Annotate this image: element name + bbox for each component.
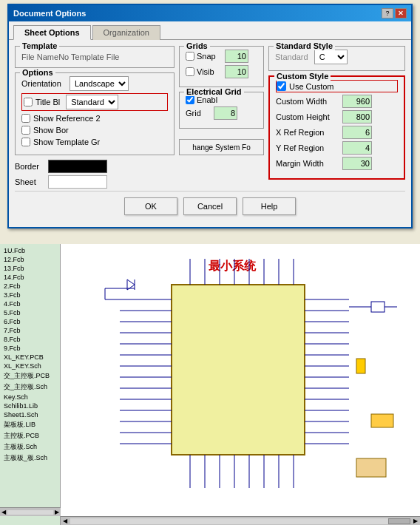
right-panel: Standard Style Standard C A B D E (268, 46, 405, 191)
use-custom-label: Use Custom (289, 82, 334, 91)
tab-sheet-options[interactable]: Sheet Options (13, 25, 91, 40)
list-item[interactable]: XL_KEY.Sch (2, 362, 58, 370)
show-template-row: Show Template Gr (21, 137, 168, 147)
connector (356, 458, 386, 477)
help-button[interactable]: ? (382, 8, 393, 18)
component (356, 359, 365, 373)
custom-height-label: Custom Height (276, 112, 342, 121)
border-sheet-section: Border Sheet (15, 160, 175, 189)
list-item[interactable]: 主板板_板.Sch (2, 453, 58, 464)
snap-checkbox[interactable] (186, 52, 194, 61)
list-item[interactable]: 8.Fcb (2, 335, 58, 344)
template-group-label: Template (20, 41, 59, 50)
list-item[interactable]: Schilib1.Lib (2, 402, 58, 410)
list-item[interactable]: Sheet1.Sch (2, 410, 58, 419)
border-label: Border (15, 162, 48, 171)
list-item[interactable]: 主板板.Sch (2, 441, 58, 453)
list-item[interactable]: XL_KEY.PCB (2, 353, 58, 362)
tabs-container: Sheet Options Organization (9, 21, 411, 40)
sheet-color-swatch[interactable] (48, 175, 107, 189)
tab-organization[interactable]: Organization (92, 25, 160, 40)
close-button[interactable]: ✕ (395, 8, 407, 18)
custom-height-input[interactable] (342, 110, 372, 123)
custom-style-group: Custom Style Use Custom Custom Width Cus… (268, 75, 405, 180)
custom-width-input[interactable] (342, 95, 372, 108)
help-footer-button[interactable]: Help (243, 197, 296, 215)
show-border-label: Show Bor (33, 126, 69, 135)
orientation-row: Orientation Landscape Portrait (21, 76, 168, 91)
schematic-svg: 最小系统 (61, 244, 420, 525)
title-block-row: Title Bl Standard Custom (21, 93, 168, 111)
template-group: Template File NameNo Template File (15, 46, 175, 68)
show-border-row: Show Bor (21, 125, 168, 135)
list-item[interactable]: 1U.Fcb (2, 246, 58, 255)
y-ref-input[interactable] (342, 141, 372, 155)
horizontal-scrollbar[interactable]: ◀ ▶ (61, 516, 420, 525)
list-item[interactable]: 3.Fcb (2, 291, 58, 299)
list-item[interactable]: 交_主控板.Sch (2, 382, 58, 393)
template-file: File NameNo Template File (21, 52, 168, 61)
y-ref-label: Y Ref Region (276, 143, 342, 152)
y-ref-row: Y Ref Region (276, 141, 398, 155)
custom-width-row: Custom Width (276, 95, 398, 108)
show-border-checkbox[interactable] (21, 126, 30, 135)
standard-style-label: Standard Style (274, 41, 335, 50)
sheet-label: Sheet (15, 177, 48, 186)
list-item[interactable]: 交_主控板.PCB (2, 370, 58, 382)
scroll-right-icon[interactable]: ▶ (411, 518, 420, 524)
grid-input[interactable] (214, 106, 237, 120)
scroll-thumb-h[interactable] (388, 518, 410, 524)
grids-group: Grids Snap Visib (179, 46, 264, 87)
list-item[interactable]: 13.Fcb (2, 264, 58, 273)
snap-input[interactable] (225, 50, 248, 63)
options-group: Options Orientation Landscape Portrait T… (15, 72, 175, 155)
list-item[interactable]: 14.Fcb (2, 273, 58, 282)
list-item[interactable]: 5.Fcb (2, 308, 58, 317)
show-template-label: Show Template Gr (33, 138, 100, 146)
list-item[interactable]: 架板板.LIB (2, 419, 58, 430)
ic-body (172, 285, 305, 455)
border-row: Border (15, 160, 175, 173)
list-item[interactable]: 4.Fcb (2, 299, 58, 308)
margin-width-input[interactable] (342, 157, 372, 170)
enable-row: Enabl (186, 95, 257, 104)
scroll-left-arrow[interactable]: ◀ (1, 509, 6, 515)
use-custom-checkbox[interactable] (277, 81, 286, 91)
scroll-left-icon[interactable]: ◀ (61, 518, 70, 524)
options-group-label: Options (20, 68, 55, 77)
list-item[interactable]: 2.Fcb (2, 282, 58, 291)
dialog-content: Template File NameNo Template File Optio… (9, 40, 411, 227)
visible-checkbox[interactable] (186, 67, 194, 76)
change-font-button[interactable]: hange System Fo (179, 139, 264, 155)
border-color-swatch[interactable] (48, 160, 107, 173)
list-item[interactable]: 12.Fcb (2, 255, 58, 264)
show-template-checkbox[interactable] (21, 138, 30, 146)
standard-style-select[interactable]: C A B D E (314, 50, 348, 64)
title-buttons: ? ✕ (382, 8, 407, 18)
cancel-button[interactable]: Cancel (183, 197, 237, 215)
standard-label: Standard (275, 52, 308, 61)
component (371, 302, 385, 312)
list-item[interactable]: 6.Fcb (2, 317, 58, 326)
custom-height-row: Custom Height (276, 110, 398, 123)
list-item[interactable]: 9.Fcb (2, 344, 58, 353)
list-item[interactable]: 7.Fcb (2, 326, 58, 335)
ok-button[interactable]: OK (124, 197, 177, 215)
use-custom-row: Use Custom (276, 80, 398, 92)
margin-width-row: Margin Width (276, 157, 398, 170)
title-block-checkbox[interactable] (24, 98, 33, 106)
x-ref-input[interactable] (342, 126, 372, 139)
custom-style-group-label: Custom Style (274, 72, 331, 81)
title-block-style-select[interactable]: Standard Custom (66, 95, 118, 109)
file-panel-scrollbar[interactable]: ◀ ▶ (0, 507, 61, 516)
orientation-select[interactable]: Landscape Portrait (70, 76, 129, 91)
title-block-label: Title Bl (35, 98, 60, 106)
scroll-right-arrow[interactable]: ▶ (55, 509, 59, 515)
schematic-canvas: 最小系统 (61, 244, 420, 525)
show-ref2-checkbox[interactable] (21, 114, 30, 123)
enable-checkbox[interactable] (186, 95, 194, 104)
snap-row: Snap (186, 50, 257, 63)
visible-input[interactable] (225, 65, 248, 78)
list-item[interactable]: Key.Sch (2, 393, 58, 402)
list-item[interactable]: 主控板.PCB (2, 430, 58, 441)
